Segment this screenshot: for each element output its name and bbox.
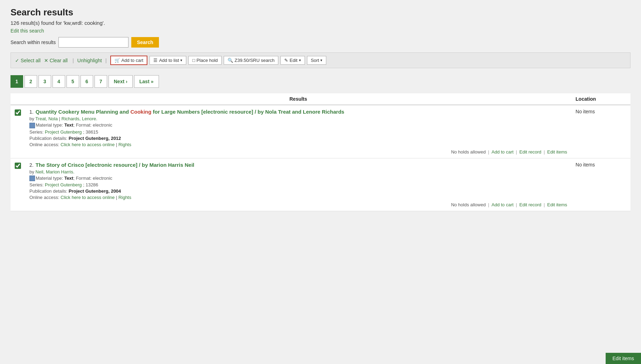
result-series-link[interactable]: Project Gutenberg [45, 182, 82, 187]
page-btn-6[interactable]: 6 [81, 75, 93, 88]
edit-dropdown-button[interactable]: ✎ Edit [280, 56, 305, 65]
pagination: 1 2 3 4 5 6 7 Next › Last » [11, 75, 630, 88]
toolbar-divider-1: | [72, 58, 74, 63]
next-page-button[interactable]: Next › [109, 75, 133, 88]
page-btn-7[interactable]: 7 [95, 75, 107, 88]
z3950-button[interactable]: 🔍 Z39.50/SRU search [224, 56, 278, 65]
page-btn-2[interactable]: 2 [25, 75, 37, 88]
edit-icon: ✎ [284, 58, 288, 63]
result-material-type: Material type: Text; Format: electronic [29, 176, 567, 181]
page-btn-5[interactable]: 5 [67, 75, 79, 88]
bottom-bar[interactable]: Edit items [606, 353, 641, 364]
separator: | [542, 149, 546, 155]
result-content-2: 2. The Story of Crisco [electronic resou… [25, 158, 571, 211]
checkmark-icon: ✓ [15, 58, 19, 63]
search-within-input[interactable] [58, 37, 128, 48]
result-material-type: Material type: Text; Format: electronic [29, 122, 567, 128]
result-series-link[interactable]: Project Gutenberg [45, 129, 82, 135]
list-icon: ☰ [153, 58, 158, 63]
result-actions: No holds allowed | Add to cart | Edit re… [29, 202, 567, 207]
result-author-link[interactable]: Richards, Lenore. [62, 116, 98, 121]
last-page-button[interactable]: Last » [134, 75, 159, 88]
result-actions: No holds allowed | Add to cart | Edit re… [29, 149, 567, 155]
result-authors: by Treat, Nola | Richards, Lenore. [29, 116, 567, 121]
next-icon: › [126, 79, 127, 84]
place-hold-button[interactable]: □ Place hold [188, 56, 222, 65]
select-all-button[interactable]: ✓ Select all [15, 58, 41, 63]
result-title-link[interactable]: The Story of Crisco [electronic resource… [36, 162, 194, 168]
table-row: 1. Quantity Cookery Menu Planning and Co… [11, 105, 630, 158]
col-header-location: Location [571, 93, 630, 105]
material-type-icon [29, 176, 35, 181]
page-wrapper: Search results 126 result(s) found for '… [0, 0, 641, 364]
result-edit-record-link[interactable]: Edit record [519, 149, 541, 155]
separator: | [515, 149, 518, 155]
result-add-to-cart-link[interactable]: Add to cart [492, 149, 514, 155]
result-title-link[interactable]: Quantity Cookery Menu Planning and Cooki… [36, 109, 344, 115]
search-within-row: Search within results Search [11, 37, 630, 48]
result-checkbox-2[interactable] [15, 163, 21, 169]
result-online-access: Online access: Click here to access onli… [29, 142, 567, 147]
edit-items-label: Edit items [613, 356, 634, 361]
result-edit-items-link[interactable]: Edit items [547, 202, 567, 207]
separator: | [515, 202, 518, 207]
result-online-access: Online access: Click here to access onli… [29, 195, 567, 200]
separator: | [542, 202, 546, 207]
result-location: No items [571, 158, 630, 211]
edit-search-link[interactable]: Edit this search [11, 28, 44, 34]
x-icon: ✕ [44, 58, 48, 63]
add-to-cart-button[interactable]: 🛒 Add to cart [110, 56, 148, 65]
material-type-icon [29, 123, 35, 128]
result-content-1: 1. Quantity Cookery Menu Planning and Co… [25, 105, 571, 158]
toolbar: ✓ Select all ✕ Clear all | Unhighlight |… [11, 52, 630, 68]
result-add-to-cart-link[interactable]: Add to cart [492, 202, 514, 207]
result-rights-link[interactable]: Rights [118, 195, 131, 200]
result-author-link[interactable]: Neil, Marion Harris. [35, 169, 74, 174]
result-edit-items-link[interactable]: Edit items [547, 149, 567, 155]
result-title-highlight: Cooking [130, 109, 151, 115]
page-btn-4[interactable]: 4 [53, 75, 65, 88]
result-rights-link[interactable]: Rights [118, 142, 131, 147]
table-row: 2. The Story of Crisco [electronic resou… [11, 158, 630, 211]
cart-icon: 🛒 [114, 58, 120, 63]
result-author-link[interactable]: Treat, Nola [35, 116, 58, 121]
page-btn-3[interactable]: 3 [39, 75, 51, 88]
clear-all-button[interactable]: ✕ Clear all [44, 58, 68, 63]
result-online-access-link[interactable]: Click here to access online [61, 142, 115, 147]
result-online-access-link[interactable]: Click here to access online [61, 195, 115, 200]
col-header-results: Results [25, 93, 571, 105]
result-series: Series: Project Gutenberg ; 38615 [29, 129, 567, 135]
unhighlight-button[interactable]: Unhighlight [77, 58, 102, 63]
page-btn-1[interactable]: 1 [11, 75, 23, 88]
hold-icon: □ [192, 58, 195, 63]
page-title: Search results [11, 7, 630, 18]
result-edit-record-link[interactable]: Edit record [519, 202, 541, 207]
result-pub-details: Publication details: Project Gutenberg, … [29, 188, 567, 194]
result-pub-details: Publication details: Project Gutenberg, … [29, 136, 567, 141]
result-checkbox-1[interactable] [15, 109, 21, 116]
col-header-checkbox [11, 93, 25, 105]
result-authors: by Neil, Marion Harris. [29, 169, 567, 174]
result-location: No items [571, 105, 630, 158]
search-within-label: Search within results [11, 40, 56, 45]
sort-button[interactable]: Sort [307, 56, 327, 65]
last-icon: » [151, 79, 154, 84]
toolbar-divider-2: | [105, 58, 107, 63]
result-series: Series: Project Gutenberg ; 13286 [29, 182, 567, 187]
add-to-list-button[interactable]: ☰ Add to list [149, 56, 186, 65]
result-number: 2. [29, 162, 35, 168]
results-summary: 126 result(s) found for 'kw,wrdl: cookin… [11, 20, 630, 26]
result-number: 1. [29, 109, 35, 115]
separator: | [487, 149, 490, 155]
search-within-button[interactable]: Search [131, 37, 159, 48]
search-icon: 🔍 [228, 58, 233, 63]
separator: | [487, 202, 490, 207]
results-table: Results Location 1. Quantity Cookery Men… [11, 93, 630, 211]
